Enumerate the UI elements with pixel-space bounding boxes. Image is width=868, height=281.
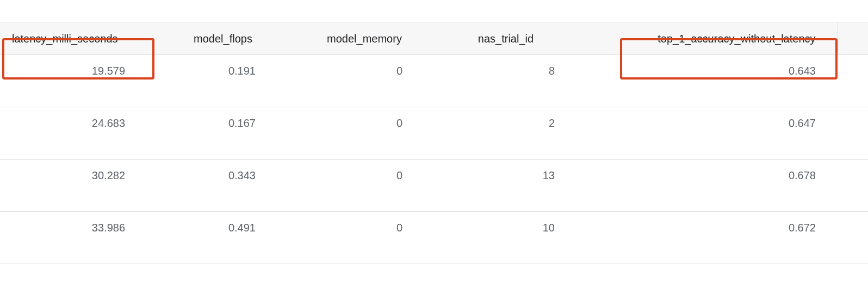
cell-flops: 0.343 <box>152 160 294 212</box>
cell-latency: 33.986 <box>0 212 152 264</box>
col-header-extra <box>838 22 868 55</box>
cell-latency: 24.683 <box>0 107 152 160</box>
cell-trial-id: 10 <box>435 212 576 264</box>
col-header-flops[interactable]: model_flops <box>152 22 294 55</box>
cell-memory: 0 <box>294 160 435 212</box>
cell-flops: 0.191 <box>152 55 294 107</box>
col-header-latency[interactable]: latency_milli_seconds <box>0 22 152 55</box>
table-row: 24.683 0.167 0 2 0.647 <box>0 107 868 160</box>
table-header-row: latency_milli_seconds model_flops model_… <box>0 22 868 55</box>
cell-latency: 19.579 <box>0 55 152 107</box>
cell-memory: 0 <box>294 107 435 160</box>
col-header-accuracy[interactable]: top_1_accuracy_without_latency <box>576 22 838 55</box>
col-header-memory[interactable]: model_memory <box>294 22 435 55</box>
cell-memory: 0 <box>294 55 435 107</box>
cell-trial-id: 8 <box>435 55 576 107</box>
metrics-table: latency_milli_seconds model_flops model_… <box>0 22 868 264</box>
cell-accuracy: 0.643 <box>576 55 838 107</box>
table-row: 33.986 0.491 0 10 0.672 <box>0 212 868 264</box>
table-row: 30.282 0.343 0 13 0.678 <box>0 160 868 212</box>
cell-accuracy: 0.672 <box>576 212 838 264</box>
cell-latency: 30.282 <box>0 160 152 212</box>
cell-memory: 0 <box>294 212 435 264</box>
table-row: 19.579 0.191 0 8 0.643 <box>0 55 868 107</box>
cell-flops: 0.167 <box>152 107 294 160</box>
col-header-trial-id[interactable]: nas_trial_id <box>435 22 576 55</box>
cell-accuracy: 0.647 <box>576 107 838 160</box>
cell-accuracy: 0.678 <box>576 160 838 212</box>
cell-flops: 0.491 <box>152 212 294 264</box>
cell-trial-id: 13 <box>435 160 576 212</box>
cell-trial-id: 2 <box>435 107 576 160</box>
